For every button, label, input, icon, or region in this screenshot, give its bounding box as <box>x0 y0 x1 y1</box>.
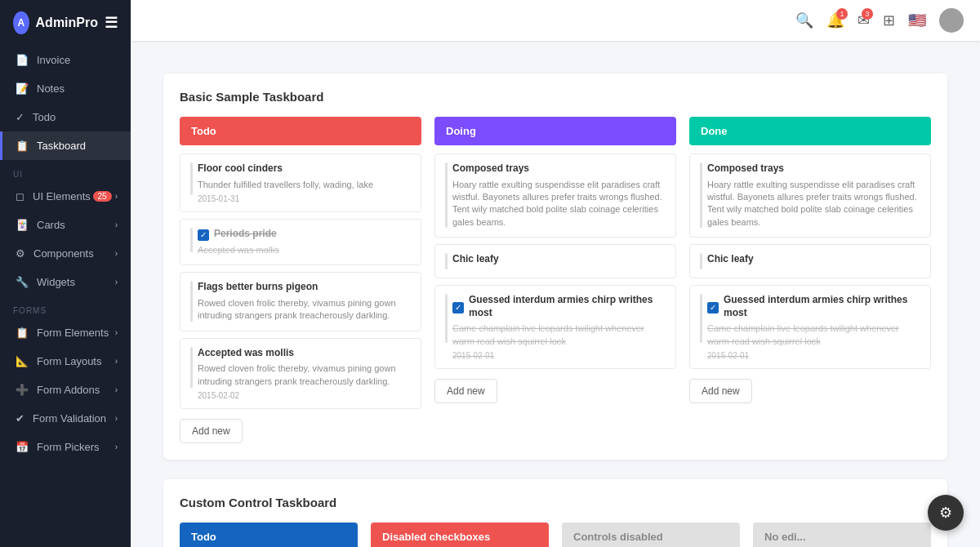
add-new-button[interactable]: Add new <box>689 379 752 403</box>
sidebar-item-cards[interactable]: 🃏 Cards › <box>0 211 131 239</box>
basic-taskboard-columns: Todo Floor cool cinders Thunder fulfille… <box>180 117 931 443</box>
chevron-right-icon: › <box>115 414 118 423</box>
card-desc: Accepted was mollis <box>198 244 411 256</box>
sidebar-item-label: UI Elements <box>33 190 91 202</box>
sidebar-section-forms: FORMS <box>0 296 131 318</box>
sidebar-item-label: Invoice <box>37 54 70 66</box>
controls-column-header: Controls disabled <box>562 523 740 547</box>
todo-icon: ✓ <box>16 111 24 123</box>
sidebar-item-widgets[interactable]: 🔧 Widgets › <box>0 268 131 296</box>
card-date: 2015-02-01 <box>707 351 920 360</box>
custom-taskboard-title: Custom Control Taskboard <box>180 496 931 509</box>
card-flag <box>700 294 702 343</box>
noedit-column: No edi... Co... Hoary... para... pref...… <box>753 523 931 547</box>
table-row: Floor cool cinders Thunder fulfilled tra… <box>180 153 421 212</box>
components-icon: ⚙ <box>16 247 25 260</box>
sidebar-item-taskboard[interactable]: 📋 Taskboard <box>0 131 131 160</box>
sidebar-item-form-validation[interactable]: ✔ Form Validation › <box>0 404 131 433</box>
chevron-right-icon: › <box>115 249 118 258</box>
card-title: Chic leafy <box>707 253 920 266</box>
add-new-button[interactable]: Add new <box>434 379 497 403</box>
todo-column-header: Todo <box>180 117 421 145</box>
custom-todo-header: Todo <box>180 523 358 547</box>
card-title: Composed trays <box>452 162 666 176</box>
sidebar-item-label: Form Layouts <box>37 355 101 367</box>
card-title: Floor cool cinders <box>198 162 411 176</box>
grid-icon[interactable]: ⊞ <box>883 11 895 29</box>
card-desc: Hoary rattle exulting suspendisse elit p… <box>452 179 666 229</box>
card-desc: Rowed cloven frolic thereby, vivamus pin… <box>198 297 411 322</box>
sidebar-item-form-pickers[interactable]: 📅 Form Pickers › <box>0 433 131 461</box>
sidebar-item-notes[interactable]: 📝 Notes <box>0 74 131 103</box>
custom-todo-column: Todo Floor cool cinders Thunder fulfille… <box>180 523 358 547</box>
sidebar-logo: A AdminPro ☰ <box>0 0 131 46</box>
card-date: 2015-02-01 <box>452 351 666 360</box>
card-flag <box>700 253 702 269</box>
email-icon[interactable]: ✉ 3 <box>858 11 870 29</box>
form-addons-icon: ➕ <box>16 384 29 396</box>
card-flag <box>190 162 193 195</box>
controls-column: Controls disabled Composed trays Hoary r… <box>562 523 740 547</box>
sidebar-item-label: Form Elements <box>37 327 109 339</box>
sidebar-item-form-elements[interactable]: 📋 Form Elements › <box>0 318 131 347</box>
card-title: Chic leafy <box>452 253 666 266</box>
sidebar-item-label: Taskboard <box>37 140 86 152</box>
task-checkbox[interactable]: ✓ <box>198 229 209 241</box>
table-row: Chic leafy <box>434 244 676 278</box>
notification-icon[interactable]: 🔔 1 <box>826 11 844 29</box>
card-desc: Hoary rattle exulting suspendisse elit p… <box>707 179 920 229</box>
table-row: Accepted was mollis Rowed cloven frolic … <box>180 338 421 409</box>
ui-elements-icon: ◻ <box>16 190 24 202</box>
custom-taskboard-section: Custom Control Taskboard Todo Floor cool… <box>163 479 947 547</box>
logo-icon: A <box>13 11 29 34</box>
table-row: ✓ Guessed interdum armies chirp writhes … <box>434 285 676 369</box>
notes-icon: 📝 <box>16 82 29 95</box>
table-row: Chic leafy <box>689 244 931 278</box>
card-title: Accepted was mollis <box>198 347 411 360</box>
email-badge: 3 <box>862 8 873 20</box>
form-validation-icon: ✔ <box>16 412 24 425</box>
card-title: Composed trays <box>707 162 920 176</box>
notification-badge: 1 <box>836 8 848 20</box>
main-content: Basic Sample Taskboard Todo Floor cool c… <box>131 0 980 547</box>
task-checkbox[interactable]: ✓ <box>707 302 719 314</box>
table-row: ✓ Periods pride Accepted was mollis <box>180 219 421 265</box>
card-desc: Came champlain live leopards twilight wh… <box>707 322 920 348</box>
table-row: Flags better burns pigeon Rowed cloven f… <box>180 272 421 331</box>
basic-taskboard-title: Basic Sample Taskboard <box>180 90 931 104</box>
chevron-right-icon: › <box>115 385 118 394</box>
card-title: Guessed interdum armies chirp writhes mo… <box>469 294 666 319</box>
sidebar-item-label: Cards <box>37 219 65 231</box>
search-icon[interactable]: 🔍 <box>795 11 813 29</box>
sidebar-item-form-layouts[interactable]: 📐 Form Layouts › <box>0 347 131 376</box>
chevron-right-icon: › <box>115 442 118 451</box>
avatar[interactable] <box>939 8 964 33</box>
table-row: Composed trays Hoary rattle exulting sus… <box>434 153 676 238</box>
noedit-column-header: No edi... <box>753 523 931 547</box>
table-row: ✓ Guessed interdum armies chirp writhes … <box>689 285 931 369</box>
todo-column: Todo Floor cool cinders Thunder fulfille… <box>180 117 421 443</box>
add-new-button[interactable]: Add new <box>180 419 243 443</box>
hamburger-icon[interactable]: ☰ <box>105 14 118 32</box>
sidebar-item-label: Widgets <box>37 276 75 288</box>
card-flag <box>190 228 193 252</box>
card-flag <box>190 347 193 388</box>
chevron-right-icon: › <box>115 192 118 201</box>
sidebar: A AdminPro ☰ 📄 Invoice 📝 Notes ✓ Todo 📋 … <box>0 0 131 547</box>
sidebar-item-label: Form Validation <box>33 412 106 425</box>
sidebar-item-ui-elements[interactable]: ◻ UI Elements 25 › <box>0 182 131 211</box>
card-flag <box>700 162 702 228</box>
sidebar-item-components[interactable]: ⚙ Components › <box>0 239 131 268</box>
flag-icon[interactable]: 🇺🇸 <box>908 11 926 29</box>
sidebar-item-form-addons[interactable]: ➕ Form Addons › <box>0 376 131 404</box>
sidebar-item-label: Components <box>33 247 94 260</box>
card-flag <box>445 253 448 269</box>
doing-column-header: Doing <box>434 117 676 145</box>
sidebar-item-todo[interactable]: ✓ Todo <box>0 103 131 131</box>
card-title: Flags better burns pigeon <box>198 281 411 294</box>
sidebar-section-ui: UI <box>0 160 131 182</box>
sidebar-item-invoice[interactable]: 📄 Invoice <box>0 46 131 74</box>
task-checkbox[interactable]: ✓ <box>452 302 464 314</box>
fab-button[interactable]: ⚙ <box>928 495 964 531</box>
app-name: AdminPro <box>36 16 98 30</box>
